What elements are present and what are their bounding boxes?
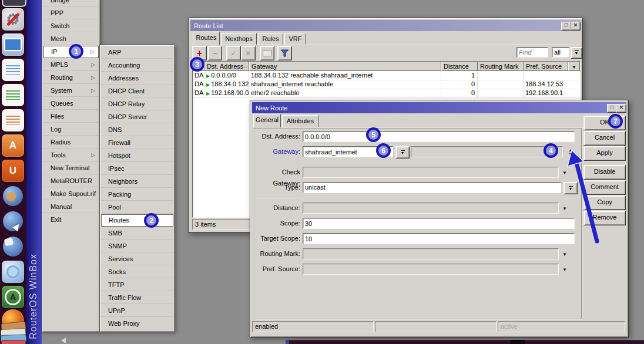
filter-scope-select[interactable]: all (552, 47, 569, 58)
tab-rules[interactable]: Rules (258, 33, 283, 45)
close-button[interactable]: ✕ (571, 22, 581, 31)
submenu-item-pool[interactable]: Pool (101, 201, 173, 214)
menu-item-bridge[interactable]: Bridge (43, 0, 99, 6)
submenu-item-hotspot[interactable]: Hotspot (101, 150, 173, 162)
filter-scope-dropdown-button[interactable]: ▼ (571, 47, 582, 59)
gateway-dropdown-button[interactable]: ▼ (395, 146, 410, 158)
submenu-item-snmp[interactable]: SNMP (101, 240, 173, 252)
submenu-item-dhcp-relay[interactable]: DHCP Relay (101, 98, 173, 110)
submenu-item-accounting[interactable]: Accounting (101, 59, 173, 72)
remove-button[interactable]: Remove (583, 211, 626, 225)
menu-item-routing[interactable]: Routing▷ (43, 72, 99, 84)
table-row[interactable]: DA ▶0.0.0.0/0 188.34.0.132 reachable sha… (193, 71, 580, 80)
column-header-routing-mark[interactable]: Routing Mark (478, 62, 524, 71)
submenu-item-arp[interactable]: ARP (101, 46, 173, 59)
menu-item-radius[interactable]: Radius (43, 136, 99, 149)
comment-route-button[interactable] (260, 46, 274, 60)
submenu-item-smb[interactable]: SMB (101, 227, 173, 240)
submenu-item-packing[interactable]: Packing (101, 188, 173, 201)
close-button[interactable]: ✕ (616, 104, 626, 113)
submenu-item-dhcp-client[interactable]: DHCP Client (101, 85, 173, 97)
menu-item-manual[interactable]: Manual (43, 201, 99, 213)
submenu-item-services[interactable]: Services (101, 253, 173, 265)
submenu-item-dhcp-server[interactable]: DHCP Server (101, 111, 173, 123)
type-select[interactable]: unicast (303, 182, 561, 193)
find-input[interactable] (516, 47, 548, 58)
apply-button[interactable]: Apply (583, 146, 626, 161)
column-header-pref-source[interactable]: Pref. Source (524, 62, 568, 71)
update-manager-icon[interactable]: A (2, 286, 24, 308)
software-center-icon[interactable]: A (2, 134, 24, 157)
maximize-button[interactable]: □ (607, 104, 617, 113)
menu-item-files[interactable]: Files (43, 110, 99, 123)
submenu-item-upnp[interactable]: UPnP (101, 305, 173, 317)
type-dropdown-button[interactable]: ▼ (564, 182, 578, 194)
routing-mark-select[interactable] (303, 248, 559, 259)
comment-button[interactable]: Comment (583, 180, 626, 195)
target-scope-input[interactable] (303, 233, 575, 244)
menu-item-queues[interactable]: Queues (43, 97, 99, 110)
tab-vrf[interactable]: VRF (284, 33, 306, 45)
menu-item-new-terminal[interactable]: New Terminal (43, 162, 99, 174)
tab-nexthops[interactable]: Nexthops (221, 33, 257, 45)
column-header-gateway[interactable]: Gateway (249, 62, 441, 71)
submenu-item-ipsec[interactable]: IPsec (101, 163, 173, 175)
menu-item-make-supout[interactable]: Make Supout.rif (43, 188, 99, 200)
browser-globe-icon[interactable] (2, 210, 24, 232)
menu-item-log[interactable]: Log (43, 123, 99, 136)
tab-general[interactable]: General (253, 114, 281, 127)
check-gateway-select[interactable] (303, 167, 559, 178)
menu-item-mpls[interactable]: MPLS▷ (43, 59, 99, 71)
distance-select[interactable] (303, 203, 559, 214)
enable-route-button[interactable]: ✓ (226, 46, 241, 60)
menu-item-mesh[interactable]: Mesh (43, 33, 99, 45)
chromium-icon[interactable] (2, 261, 24, 283)
tab-routes[interactable]: Routes (193, 32, 220, 45)
distance-dropdown-icon[interactable]: ▼ (562, 206, 567, 211)
submenu-item-addresses[interactable]: Addresses (101, 72, 173, 85)
settings-gear-icon[interactable]: ⚙ (2, 8, 24, 31)
impress-presentation-icon[interactable] (2, 109, 24, 131)
terminal-icon[interactable] (2, 0, 26, 7)
menu-item-metarouter[interactable]: MetaROUTER (43, 175, 99, 187)
submenu-item-neighbors[interactable]: Neighbors (101, 176, 173, 188)
menu-item-ppp[interactable]: PPP (43, 7, 99, 19)
system-monitor-icon[interactable] (2, 33, 24, 56)
copy-button[interactable]: Copy (583, 195, 626, 210)
column-options-button[interactable]: ▼ (568, 62, 580, 71)
table-row[interactable]: DA ▶188.34.0.132 shahraad_internet reach… (193, 80, 580, 89)
pref-source-select[interactable] (303, 264, 559, 275)
routing-mark-dropdown-icon[interactable]: ▼ (562, 252, 567, 257)
maximize-button[interactable]: □ (561, 22, 571, 31)
submenu-item-socks[interactable]: Socks (101, 266, 173, 278)
writer-document-icon[interactable] (2, 59, 24, 81)
new-route-titlebar[interactable]: New Route (252, 102, 626, 113)
web-globe-icon[interactable] (2, 185, 24, 207)
stacked-window-icon[interactable] (1, 340, 26, 344)
ubuntu-one-icon[interactable]: U (2, 160, 24, 182)
submenu-item-routes[interactable]: Routes (101, 214, 173, 227)
table-row[interactable]: DA ▶192.168.90.0... ether2 reachable 0 1… (193, 89, 580, 98)
submenu-item-firewall[interactable]: Firewall (101, 137, 173, 149)
submenu-item-tftp[interactable]: TFTP (101, 279, 173, 291)
remove-route-button[interactable]: − (207, 46, 222, 60)
menu-item-system[interactable]: System▷ (43, 85, 99, 97)
pref-source-dropdown-icon[interactable]: ▼ (562, 267, 567, 272)
submenu-item-dns[interactable]: DNS (101, 124, 173, 136)
check-gateway-dropdown-icon[interactable]: ▼ (562, 170, 567, 176)
dst-address-input[interactable] (303, 131, 575, 142)
scope-input[interactable] (303, 218, 575, 229)
gateway-secondary-field[interactable] (411, 146, 563, 157)
network-globe-icon[interactable] (2, 235, 24, 258)
menu-item-switch[interactable]: Switch (43, 20, 99, 32)
column-header-distance[interactable]: Distance (441, 62, 478, 71)
cancel-button[interactable]: Cancel (583, 131, 626, 146)
gateway-add-remove-spinner[interactable]: ▲ ▼ (566, 146, 575, 157)
submenu-item-web-proxy[interactable]: Web Proxy (101, 318, 173, 330)
calc-spreadsheet-icon[interactable] (2, 84, 24, 106)
disable-route-button[interactable]: ✕ (241, 46, 256, 60)
menu-item-tools[interactable]: Tools▷ (43, 149, 99, 161)
column-header-dst-address[interactable]: Dst. Address▵ (204, 62, 249, 71)
filter-button[interactable] (277, 46, 292, 60)
menu-item-exit[interactable]: Exit (43, 214, 99, 226)
